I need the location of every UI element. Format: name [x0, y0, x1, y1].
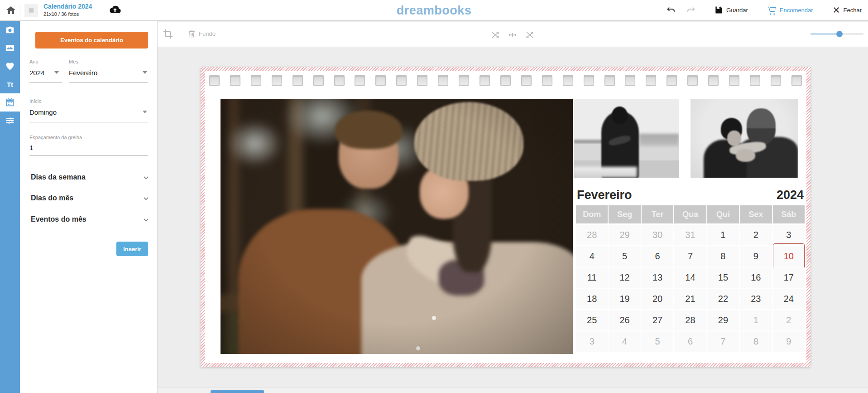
calendar-day-cell: 3 [773, 225, 805, 245]
sidebar-item-text[interactable]: Tt [0, 75, 20, 93]
sidebar-item-camera[interactable] [0, 21, 20, 39]
calendar-day-cell: 7 [674, 246, 706, 267]
pages-strip [158, 387, 868, 393]
crop-icon [163, 29, 173, 39]
close-button[interactable]: Fechar [832, 6, 862, 14]
calendar-element[interactable]: Fevereiro 2024 DomSegTerQuaQuiSexSáb 282… [576, 188, 805, 352]
year-dropdown-arrow[interactable] [54, 71, 59, 74]
calendar-day-cell: 3 [576, 331, 608, 352]
undo-button[interactable] [666, 5, 676, 15]
text-tool-icon: Tt [7, 81, 13, 88]
year-select[interactable]: 2024 [29, 69, 44, 77]
calendar-day-cell: 6 [674, 331, 706, 352]
project-subtitle: 21x10 / 36 fotos [43, 11, 92, 17]
order-button[interactable]: Encomendar [767, 5, 813, 15]
binding-hole [500, 75, 511, 86]
shuffle-photos-button[interactable] [491, 30, 500, 39]
calendar-day-cell: 26 [609, 310, 640, 330]
swap-horizontal-button[interactable] [508, 30, 517, 39]
sliders-icon [5, 116, 15, 126]
binding-holes [209, 75, 802, 86]
calendar-day-cell: 18 [576, 289, 608, 309]
binding-hole [667, 75, 677, 86]
home-icon[interactable] [5, 5, 16, 16]
cloud-upload-icon[interactable] [109, 5, 121, 15]
calendar-icon [5, 97, 15, 107]
sidebar-item-adjustments[interactable] [0, 112, 20, 130]
binding-hole [729, 75, 739, 86]
section-weekdays-label: Dias da semana [31, 173, 86, 181]
chevron-down-icon [143, 216, 149, 223]
calendar-day-cell: 16 [740, 267, 772, 288]
binding-hole [646, 75, 656, 86]
grid-spacing-input[interactable]: 1 [29, 144, 33, 151]
binding-hole [521, 75, 532, 86]
redo-button[interactable] [686, 5, 696, 15]
small-photo-left[interactable] [574, 99, 679, 178]
sidebar-item-calendar[interactable] [0, 93, 20, 112]
shuffle-icon [491, 30, 500, 39]
binding-hole [272, 75, 282, 86]
calendar-day-header: Sáb [773, 205, 805, 223]
calendar-events-button[interactable]: Eventos do calendário [35, 32, 148, 49]
section-weekdays[interactable]: Dias da semana [31, 173, 149, 181]
sidebar-item-images[interactable] [0, 39, 20, 57]
close-icon [832, 6, 840, 14]
editor-toolbar: Fundo [158, 22, 868, 47]
topbar-divider [20, 4, 20, 17]
project-thumbnail[interactable] [24, 4, 38, 17]
topbar-actions: Guardar Encomendar Fechar [666, 0, 862, 20]
zoom-slider-thumb[interactable] [836, 31, 843, 37]
remove-background-button[interactable]: Fundo [187, 29, 216, 38]
calendar-day-headers: DomSegTerQuaQuiSexSáb [576, 205, 805, 223]
sidebar-item-favorites[interactable] [0, 57, 20, 75]
calendar-day-cell: 8 [707, 246, 739, 267]
calendar-day-cell: 13 [642, 267, 673, 288]
start-day-dropdown-arrow[interactable] [143, 111, 147, 113]
calendar-day-cell: 29 [609, 225, 640, 245]
binding-hole [791, 75, 802, 86]
section-month-days-label: Dias do mês [31, 194, 73, 202]
start-day-select[interactable]: Domingo [29, 108, 57, 116]
calendar-settings-panel: Eventos do calendário Ano 2024 Mês Fever… [20, 21, 158, 393]
binding-hole [396, 75, 407, 86]
shuffle-icon [525, 30, 534, 39]
calendar-page: Fevereiro 2024 DomSegTerQuaQuiSexSáb 282… [201, 67, 810, 367]
main-photo[interactable] [221, 99, 573, 354]
design-canvas[interactable]: Fevereiro 2024 DomSegTerQuaQuiSexSáb 282… [158, 47, 868, 393]
calendar-day-cell: 22 [707, 289, 739, 309]
binding-hole [230, 75, 240, 86]
sidebar: Tt [0, 21, 20, 393]
calendar-day-cell: 20 [642, 289, 673, 309]
calendar-day-cell: 10 [773, 246, 805, 267]
calendar-day-header: Qua [674, 205, 706, 223]
images-icon [5, 43, 15, 53]
calendar-day-header: Qui [707, 205, 739, 223]
section-month-events[interactable]: Eventos do mês [31, 215, 149, 223]
small-photo-right[interactable] [691, 99, 798, 178]
zoom-slider[interactable] [810, 33, 863, 35]
crop-button[interactable] [163, 29, 173, 39]
month-select[interactable]: Fevereiro [69, 69, 97, 77]
binding-hole [750, 75, 760, 86]
calendar-day-cell: 27 [642, 310, 673, 330]
calendar-day-cell: 21 [674, 289, 706, 309]
swap-horizontal-icon [508, 30, 517, 39]
binding-hole [604, 75, 615, 86]
shuffle-layout-button[interactable] [525, 30, 534, 39]
start-day-label: Início [29, 98, 41, 104]
calendar-day-cell: 4 [576, 246, 608, 267]
calendar-day-cell: 17 [773, 267, 805, 288]
current-page-tab[interactable] [211, 390, 264, 393]
calendar-day-cell: 2 [740, 225, 772, 245]
insert-button[interactable]: Inserir [116, 242, 148, 256]
section-month-days[interactable]: Dias do mês [31, 194, 149, 202]
calendar-day-cell: 9 [740, 246, 772, 267]
binding-hole [584, 75, 594, 86]
save-button[interactable]: Guardar [714, 5, 748, 15]
calendar-title-row: Fevereiro 2024 [576, 188, 805, 205]
app-logo: dreambooks [397, 4, 472, 18]
binding-hole [687, 75, 698, 86]
month-dropdown-arrow[interactable] [143, 71, 147, 74]
calendar-day-cell: 8 [740, 331, 772, 352]
